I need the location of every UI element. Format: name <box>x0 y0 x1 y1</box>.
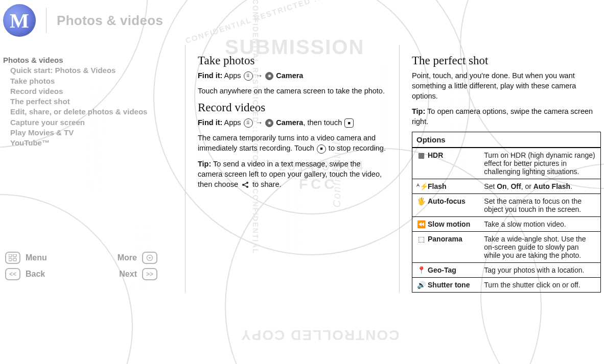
share-icon <box>241 180 250 189</box>
tip-record-videos: Tip: To send a video in a text message, … <box>198 159 387 189</box>
option-name: Auto-focus <box>428 197 466 205</box>
shuttertone-icon: 🔊 <box>416 281 426 289</box>
camera-icon: ◉ <box>265 119 273 127</box>
camera-icon: ◉ <box>265 72 273 80</box>
option-name: Shutter tone <box>428 281 470 289</box>
table-row: 🖐Auto-focus Set the camera to focus on t… <box>412 194 601 217</box>
options-header: Options <box>412 132 601 148</box>
toc-item-youtube[interactable]: YouTube™ <box>3 138 173 148</box>
footer-nav: Menu More << Back Next >> <box>3 250 173 293</box>
flash-icon: ᴬ⚡ <box>416 182 426 190</box>
toc-item-perfect-shot[interactable]: The perfect shot <box>3 96 173 107</box>
toc-item-edit-share-delete[interactable]: Edit, share, or delete photos & videos <box>3 107 173 117</box>
apps-icon: ⠿ <box>244 118 253 128</box>
find-it-take-photos: Find it: Apps ⠿ → ◉ Camera <box>198 70 387 81</box>
svg-line-9 <box>244 185 247 186</box>
paragraph-take-photos: Touch anywhere on the camera screen to t… <box>198 86 387 96</box>
next-icon: >> <box>142 268 157 280</box>
autofocus-icon: 🖐 <box>416 197 426 205</box>
toc-item-play-movies[interactable]: Play Movies & TV <box>3 128 173 138</box>
option-desc: Tag your photos with a location. <box>480 263 600 278</box>
option-desc: Set the camera to focus on the object yo… <box>480 194 600 217</box>
menu-icon <box>5 252 20 264</box>
page-title: Photos & videos <box>57 13 163 29</box>
next-button[interactable]: Next >> <box>119 268 157 280</box>
table-row: 📍Geo-Tag Tag your photos with a location… <box>412 263 601 278</box>
option-name: Panorama <box>428 235 462 243</box>
options-table: Options ▦HDR Turn on HDR (high dynamic r… <box>412 132 601 293</box>
toc-item-quick-start[interactable]: Quick start: Photos & Videos <box>3 65 173 76</box>
table-of-contents: Photos & videos Quick start: Photos & Vi… <box>3 45 173 148</box>
option-desc: Take a wide-angle shot. Use the on-scree… <box>480 232 600 263</box>
option-name: Slow motion <box>428 220 470 228</box>
svg-rect-2 <box>9 258 12 261</box>
option-desc: Set On, Off, or Auto Flash. <box>480 179 600 194</box>
back-icon: << <box>5 268 20 280</box>
column-divider-2 <box>399 45 400 293</box>
slowmotion-icon: ⏪ <box>416 220 426 228</box>
heading-record-videos: Record videos <box>198 101 387 114</box>
svg-rect-0 <box>9 254 12 257</box>
sidebar: Photos & videos Quick start: Photos & Vi… <box>3 45 173 293</box>
more-icon <box>142 252 157 264</box>
paragraph-perfect-shot: Point, touch, and you're done. But when … <box>412 70 601 101</box>
svg-line-8 <box>244 183 247 184</box>
back-button[interactable]: << Back <box>5 268 45 280</box>
option-desc: Take a slow motion video. <box>480 217 600 232</box>
header-divider <box>46 8 47 33</box>
column-divider-1 <box>185 45 185 293</box>
content-column-1: Take photos Find it: Apps ⠿ → ◉ Camera T… <box>198 45 387 293</box>
next-label: Next <box>119 270 137 279</box>
svg-rect-1 <box>13 254 16 257</box>
heading-take-photos: Take photos <box>198 54 387 67</box>
option-name: Geo-Tag <box>428 266 456 274</box>
toc-item-take-photos[interactable]: Take photos <box>3 76 173 86</box>
heading-perfect-shot: The perfect shot <box>412 54 601 67</box>
more-label: More <box>118 253 137 262</box>
table-row: 🔊Shutter tone Turn the shutter click on … <box>412 278 601 293</box>
paragraph-record-videos: The camera temporarily turns into a vide… <box>198 133 387 153</box>
toc-item-record-videos[interactable]: Record videos <box>3 86 173 96</box>
page-header: M Photos & videos <box>0 0 604 41</box>
table-row: ▦HDR Turn on HDR (high dynamic range) ef… <box>412 148 601 179</box>
panorama-icon: ⬚ <box>416 235 426 243</box>
table-row: ⏪Slow motion Take a slow motion video. <box>412 217 601 232</box>
menu-button[interactable]: Menu <box>5 252 47 264</box>
svg-rect-3 <box>13 258 16 261</box>
find-it-record-videos: Find it: Apps ⠿ → ◉ Camera, then touch ■ <box>198 117 387 128</box>
videocam-icon: ■ <box>344 118 354 128</box>
geotag-icon: 📍 <box>416 266 426 274</box>
option-name: HDR <box>428 151 443 159</box>
toc-item-capture-screen[interactable]: Capture your screen <box>3 117 173 128</box>
option-desc: Turn the shutter click on or off. <box>480 278 600 293</box>
content-column-2: The perfect shot Point, touch, and you'r… <box>412 45 601 293</box>
motorola-logo: M <box>3 4 36 37</box>
more-button[interactable]: More <box>118 252 157 264</box>
back-label: Back <box>26 270 45 279</box>
table-row: ᴬ⚡Flash Set On, Off, or Auto Flash. <box>412 179 601 194</box>
option-name: Flash <box>428 182 447 190</box>
stop-icon: ■ <box>317 144 326 154</box>
option-desc: Turn on HDR (high dynamic range) effect … <box>480 148 600 179</box>
menu-label: Menu <box>26 253 47 262</box>
tip-perfect-shot: Tip: To open camera options, swipe the c… <box>412 106 601 127</box>
apps-icon: ⠿ <box>244 71 253 81</box>
hdr-icon: ▦ <box>416 151 426 159</box>
toc-item-photos-videos[interactable]: Photos & videos <box>3 55 173 65</box>
table-row: ⬚Panorama Take a wide-angle shot. Use th… <box>412 232 601 263</box>
